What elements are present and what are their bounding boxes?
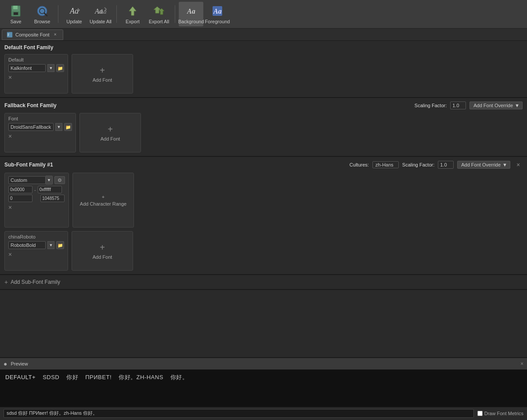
add-sub-font-label: Add Sub-Font Family: [11, 279, 60, 285]
svg-text:Aa: Aa: [187, 7, 195, 15]
preview-text-chinese2: 你好。ZH-HANS: [119, 373, 163, 382]
fallback-font-select-row: DroidSansFallback ▼ 📁: [8, 123, 72, 131]
fallback-scaling-input[interactable]: [450, 101, 466, 109]
default-font-select[interactable]: Kalkinfont: [8, 64, 46, 72]
default-font-remove-button[interactable]: ×: [8, 74, 12, 81]
export-all-icon: [152, 4, 166, 18]
char-range-decimal-row: [8, 195, 65, 202]
fallback-add-font-label: Add Font: [101, 136, 120, 141]
preview-canvas: DEFAULT+ SDSD 你好 ПРИВЕТ! 你好。ZH-HANS 你好。: [0, 369, 527, 407]
preview-text-row: DEFAULT+ SDSD 你好 ПРИВЕТ! 你好。ZH-HANS 你好。: [5, 373, 522, 382]
default-font-cards-row: Default Kalkinfont ▼ 📁 × + Add Font: [4, 54, 523, 94]
char-range-dash: -: [34, 187, 36, 192]
empty-space: [0, 290, 527, 334]
foreground-icon: Aa: [210, 4, 224, 18]
char-range-inputs: Custom ▼ ⚙ -: [8, 176, 65, 202]
sub-font-add-font-label: Add Font: [93, 254, 112, 260]
update-button[interactable]: Aa Update: [62, 2, 87, 26]
sub-font-scaling-input[interactable]: [438, 161, 454, 169]
default-font-select-row: Kalkinfont ▼ 📁: [8, 64, 64, 72]
fallback-scaling-label: Scaling Factor:: [415, 103, 447, 108]
sub-font-cards-row: Custom ▼ ⚙ -: [4, 173, 523, 228]
fallback-font-family-section: Fallback Font Family Scaling Factor: Add…: [0, 98, 527, 157]
char-range-hash-icon[interactable]: ⚙: [54, 176, 65, 184]
tab-close-button[interactable]: ×: [52, 32, 58, 38]
default-font-family-section: Default Font Family Default Kalkinfont ▼…: [0, 41, 527, 98]
char-range-card: Custom ▼ ⚙ -: [4, 173, 69, 228]
char-range-remove-button[interactable]: ×: [8, 204, 12, 211]
svg-text:Aa: Aa: [69, 7, 79, 15]
bottom-text-input[interactable]: [4, 409, 474, 418]
fallback-add-font-card[interactable]: + Add Font: [79, 113, 141, 152]
preview-close-button[interactable]: ×: [520, 361, 523, 367]
svg-rect-1: [13, 6, 18, 9]
add-sub-font-plus-icon: +: [4, 279, 8, 286]
update-all-button[interactable]: Aa Aa Update All: [88, 2, 113, 26]
svg-text:Aa: Aa: [99, 8, 107, 15]
char-range-hex-end[interactable]: [38, 186, 62, 193]
default-add-font-card[interactable]: + Add Font: [72, 54, 133, 94]
foreground-button[interactable]: Aa Foreground: [205, 2, 230, 26]
char-range-select[interactable]: Custom: [8, 176, 46, 184]
fallback-font-folder-button[interactable]: 📁: [64, 123, 72, 131]
preview-text-chinese3: 你好。: [170, 373, 188, 382]
china-roboto-remove-button[interactable]: ×: [8, 251, 12, 258]
draw-font-metrics-checkbox[interactable]: [477, 411, 483, 416]
svg-marker-10: [129, 7, 136, 15]
export-button[interactable]: Export: [120, 2, 145, 26]
char-range-select-arrow[interactable]: ▼: [46, 176, 53, 185]
default-font-card: Default Kalkinfont ▼ 📁 ×: [4, 54, 68, 94]
add-sub-font-family-button[interactable]: + Add Sub-Font Family: [0, 275, 527, 290]
china-roboto-select-row: RobotoBold ▼ 📁: [8, 241, 64, 249]
fallback-font-select[interactable]: DroidSansFallback: [8, 123, 54, 131]
browse-button[interactable]: Browse: [30, 2, 54, 26]
fallback-add-font-override-button[interactable]: Add Font Override ▼: [469, 101, 523, 109]
main-content: Default Font Family Default Kalkinfont ▼…: [0, 41, 527, 357]
fallback-title: Fallback Font Family: [4, 102, 57, 109]
draw-font-metrics-label: Draw Font Metrics: [477, 411, 523, 416]
china-roboto-select-arrow[interactable]: ▼: [47, 241, 54, 249]
sub-font-family-header: Sub-Font Family #1 Cultures: Scaling Fac…: [4, 160, 523, 169]
preview-text-sdsd: SDSD: [43, 373, 59, 382]
fallback-add-font-plus-icon: +: [108, 124, 113, 134]
save-icon: [9, 4, 23, 18]
char-range-decimal-start[interactable]: [8, 195, 32, 202]
preview-text-cyrillic: ПРИВЕТ!: [85, 373, 112, 382]
toolbar-separator-2: [116, 5, 117, 23]
svg-text:F: F: [7, 33, 10, 37]
sub-font-add-font-plus-icon: +: [100, 243, 105, 253]
tab-icon: F: [7, 32, 13, 38]
tab-bar: F Composite Font ×: [0, 29, 527, 41]
sub-font-add-font-override-button[interactable]: Add Font Override ▼: [457, 161, 510, 169]
china-roboto-folder-button[interactable]: 📁: [56, 241, 64, 249]
china-roboto-select[interactable]: RobotoBold: [8, 241, 46, 249]
fallback-header-right: Scaling Factor: Add Font Override ▼: [415, 101, 523, 109]
update-icon: Aa: [67, 4, 81, 18]
sub-font-header-right: Cultures: Scaling Factor: Add Font Overr…: [350, 160, 523, 169]
sub-font-delete-button[interactable]: ×: [514, 160, 523, 169]
save-button[interactable]: Save: [4, 2, 28, 26]
bottom-bar: Draw Font Metrics: [0, 407, 527, 419]
add-font-plus-icon: +: [100, 65, 105, 76]
default-font-folder-button[interactable]: 📁: [56, 64, 64, 72]
background-button[interactable]: Aa Background: [179, 2, 203, 26]
export-all-button[interactable]: Export All: [147, 2, 171, 26]
default-font-card-label: Default: [8, 57, 64, 62]
default-font-select-arrow[interactable]: ▼: [47, 64, 54, 72]
char-range-hex-start[interactable]: [8, 186, 32, 193]
cultures-label: Cultures:: [350, 162, 369, 167]
svg-text:Aa: Aa: [213, 7, 222, 15]
add-char-range-plus-icon: +: [102, 194, 105, 199]
composite-font-tab[interactable]: F Composite Font ×: [2, 29, 63, 40]
cultures-input[interactable]: [372, 161, 399, 168]
sub-font-add-font-card[interactable]: + Add Font: [72, 231, 133, 271]
fallback-font-card-label: Font: [8, 116, 72, 121]
add-char-range-card[interactable]: + Add Character Range: [72, 173, 134, 228]
char-range-hex-row: -: [8, 186, 65, 193]
preview-bar-icon: ●: [4, 360, 7, 367]
fallback-font-remove-button[interactable]: ×: [8, 133, 12, 140]
sub-font-second-row: chinaRoboto RobotoBold ▼ 📁 × + Add Font: [4, 231, 523, 271]
fallback-font-select-arrow[interactable]: ▼: [55, 123, 62, 131]
toolbar: Save Browse Aa Update Aa Aa: [0, 0, 527, 29]
char-range-decimal-end[interactable]: [40, 195, 65, 202]
